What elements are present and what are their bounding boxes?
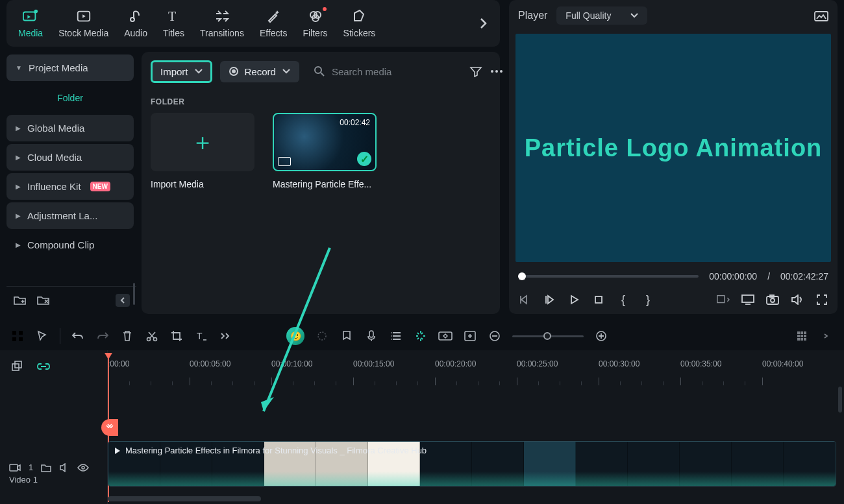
zoom-in-button[interactable] <box>594 329 608 343</box>
collapse-sidebar-button[interactable] <box>116 294 130 307</box>
audio-icon <box>128 8 143 24</box>
mark-out-button[interactable]: } <box>641 293 654 306</box>
sidebar-influence-kit[interactable]: ▶ Influence Kit NEW <box>6 173 134 200</box>
tab-effects[interactable]: Effects <box>260 8 288 38</box>
sidebar-item-label: Global Media <box>27 123 84 134</box>
step-back-button[interactable] <box>543 293 556 306</box>
tab-label: Filters <box>303 28 327 38</box>
stop-button[interactable] <box>592 293 605 306</box>
duplicate-icon[interactable] <box>10 359 25 374</box>
track-header-video1[interactable]: 1 Video 1 <box>0 454 108 493</box>
chevron-right-icon: ▶ <box>16 183 21 190</box>
chevron-down-icon <box>630 12 638 19</box>
svg-rect-16 <box>717 296 725 303</box>
svg-rect-24 <box>19 337 23 341</box>
marker-tool[interactable] <box>340 329 354 343</box>
timeline-track-headers: 1 Video 1 <box>0 350 108 504</box>
tab-transitions[interactable]: Transitions <box>200 8 244 38</box>
tab-media[interactable]: Media <box>18 8 43 38</box>
tabs-more-button[interactable] <box>479 16 488 30</box>
timeline-v-scrollbar[interactable] <box>838 387 842 413</box>
sidebar-adjustment-layer[interactable]: ▶ Adjustment La... <box>6 202 134 229</box>
timeline-clip[interactable]: Mastering Particle Effects in Filmora fo… <box>108 441 836 486</box>
svg-rect-45 <box>10 464 18 471</box>
sparkle-tool[interactable] <box>315 329 329 343</box>
more-icon[interactable] <box>490 64 503 78</box>
redo-button[interactable] <box>95 329 110 343</box>
tab-filters[interactable]: Filters <box>303 8 327 38</box>
progress-track[interactable] <box>518 275 699 278</box>
folder-icon <box>41 463 51 472</box>
tab-label: Stickers <box>343 28 376 38</box>
view-chevron-icon[interactable] <box>819 329 834 343</box>
preview-viewport[interactable]: Particle Logo Animation <box>515 34 831 262</box>
sidebar-cloud-media[interactable]: ▶ Cloud Media <box>6 144 134 171</box>
time-sep: / <box>767 271 770 282</box>
sidebar-global-media[interactable]: ▶ Global Media <box>6 115 134 141</box>
timeline-h-scrollbar[interactable] <box>108 496 261 501</box>
ai-assistant-icon[interactable]: 🙂 <box>286 327 304 345</box>
text-tool[interactable]: T <box>194 329 208 343</box>
play-button[interactable] <box>567 293 580 306</box>
ruler[interactable]: :00:00 00:00:05:00 00:00:10:00 00:00:15:… <box>108 359 844 385</box>
new-folder-icon[interactable] <box>13 293 27 307</box>
filter-icon[interactable] <box>469 64 482 78</box>
svg-point-1 <box>34 10 38 14</box>
auto-tool[interactable] <box>414 329 428 343</box>
snapshot-icon[interactable] <box>814 8 828 23</box>
tab-stickers[interactable]: Stickers <box>343 8 376 38</box>
keyframe-tool[interactable] <box>438 329 453 343</box>
chevron-right-icon: ▶ <box>16 212 21 219</box>
tab-titles[interactable]: T Titles <box>163 8 184 38</box>
tab-audio[interactable]: Audio <box>124 8 147 38</box>
undo-button[interactable] <box>71 329 85 343</box>
titles-icon: T <box>166 8 181 24</box>
svg-point-19 <box>771 298 775 302</box>
svg-rect-35 <box>801 331 803 334</box>
progress-knob[interactable] <box>518 272 526 280</box>
delete-folder-icon[interactable] <box>36 293 51 307</box>
mic-tool[interactable] <box>364 329 379 343</box>
sidebar-folder[interactable]: Folder <box>6 84 134 112</box>
display-button[interactable] <box>741 293 754 306</box>
delete-button[interactable] <box>120 329 134 343</box>
zoom-knob[interactable] <box>543 332 551 340</box>
tab-label: Effects <box>260 28 288 38</box>
fullscreen-icon[interactable] <box>815 293 828 306</box>
sidebar-project-media[interactable]: ▼ Project Media <box>6 54 134 81</box>
record-label: Record <box>245 66 276 77</box>
split-button[interactable] <box>145 329 159 343</box>
grid-tool[interactable] <box>10 329 25 343</box>
select-tool[interactable] <box>35 329 49 343</box>
list-tool[interactable] <box>389 329 403 343</box>
quality-dropdown[interactable]: Full Quality <box>556 6 647 25</box>
sidebar-scrollbar[interactable] <box>133 283 135 286</box>
zoom-slider[interactable] <box>512 335 584 337</box>
record-button[interactable]: Record <box>220 61 299 82</box>
search-input[interactable] <box>332 66 455 77</box>
crop-button[interactable] <box>169 329 184 343</box>
svg-rect-15 <box>595 296 602 303</box>
sidebar-item-label: Influence Kit <box>27 181 81 192</box>
render-tool[interactable] <box>463 329 477 343</box>
player-label: Player <box>518 10 547 21</box>
prev-frame-button[interactable] <box>518 293 531 306</box>
volume-icon[interactable] <box>791 293 804 306</box>
link-icon[interactable] <box>36 359 51 374</box>
clip-type-icon <box>278 157 291 166</box>
import-button[interactable]: Import <box>151 60 212 83</box>
ruler-label: 00:00:20:00 <box>435 359 476 368</box>
import-media-card[interactable]: ＋ Import Media <box>151 113 254 189</box>
svg-rect-44 <box>15 361 21 368</box>
sidebar-compound-clip[interactable]: ▶ Compound Clip <box>6 232 134 258</box>
zoom-out-button[interactable] <box>488 329 502 343</box>
clip-waveform <box>108 472 836 486</box>
mark-in-button[interactable]: { <box>617 293 630 306</box>
view-grid-icon[interactable] <box>795 329 809 343</box>
magnet-button[interactable] <box>101 419 118 436</box>
layout-dropdown[interactable] <box>717 293 730 306</box>
tab-stock-media[interactable]: Stock Media <box>58 8 108 38</box>
more-tools-button[interactable] <box>219 329 233 343</box>
camera-icon[interactable] <box>766 293 779 306</box>
media-clip-card[interactable]: 00:02:42 ✓ Mastering Particle Effe... <box>273 113 377 189</box>
